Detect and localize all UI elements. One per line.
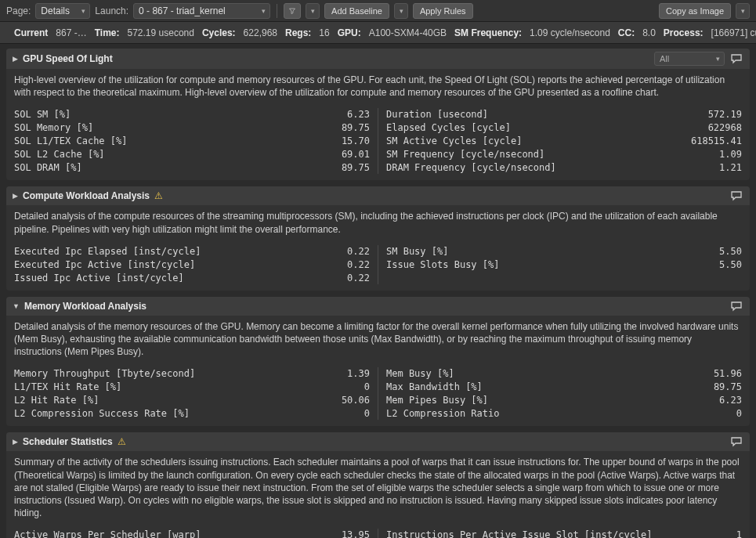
- section-header-memory[interactable]: ▼ Memory Workload Analysis: [6, 297, 750, 316]
- section-title: Scheduler Statistics: [23, 436, 113, 447]
- copy-as-image-menu[interactable]: [736, 3, 750, 19]
- metric-value: 15.70: [342, 135, 370, 146]
- smfreq-value: 1.09 cycle/nsecond: [530, 27, 610, 38]
- metric-row: SOL SM [%]6.23: [14, 108, 370, 121]
- process-label: Process:: [664, 27, 704, 38]
- metric-value: 50.06: [342, 395, 370, 406]
- add-baseline-menu[interactable]: [394, 3, 408, 19]
- top-toolbar: Page: Details Launch: 0 - 867 - triad_ke…: [0, 0, 756, 22]
- metric-row: SOL L2 Cache [%]69.01: [14, 148, 370, 161]
- section-header-compute[interactable]: ▶ Compute Workload Analysis ⚠: [6, 186, 750, 205]
- metric-name: SM Active Cycles [cycle]: [386, 135, 522, 146]
- warning-icon: ⚠: [154, 190, 163, 201]
- section-gpu-sol: ▶ GPU Speed Of Light All High-level over…: [6, 49, 750, 180]
- metrics-grid: Executed Ipc Elapsed [inst/cycle]0.22Exe…: [6, 242, 750, 291]
- current-label: Current: [14, 27, 48, 38]
- metric-name: L2 Compression Ratio: [386, 408, 500, 419]
- metric-row: Executed Ipc Active [inst/cycle]0.22: [14, 258, 370, 271]
- section-header-scheduler[interactable]: ▶ Scheduler Statistics ⚠: [6, 432, 750, 451]
- section-compute-workload: ▶ Compute Workload Analysis ⚠ Detailed a…: [6, 186, 750, 290]
- metric-name: Issue Slots Busy [%]: [386, 259, 500, 270]
- metric-row: L2 Compression Ratio0: [386, 407, 742, 420]
- metric-name: SM Frequency [cycle/nsecond]: [386, 149, 544, 160]
- metric-value: 13.95: [342, 529, 370, 538]
- metric-name: SOL Memory [%]: [14, 122, 93, 133]
- metric-row: SM Busy [%]5.50: [386, 245, 742, 258]
- filter-dropdown[interactable]: [306, 3, 320, 19]
- metric-name: SOL L2 Cache [%]: [14, 149, 105, 160]
- metric-value: 0.22: [347, 246, 370, 257]
- chevron-right-icon: ▶: [13, 55, 18, 63]
- section-title: Memory Workload Analysis: [24, 301, 146, 312]
- gpu-label: GPU:: [338, 27, 361, 38]
- metric-row: SOL L1/TEX Cache [%]15.70: [14, 135, 370, 147]
- cc-label: CC:: [618, 27, 635, 38]
- metric-name: SM Busy [%]: [386, 246, 448, 257]
- metric-row: SOL DRAM [%]89.75: [14, 161, 370, 174]
- metric-name: L2 Compression Success Rate [%]: [14, 408, 190, 419]
- metric-value: 0.22: [347, 273, 370, 283]
- metric-row: L2 Hit Rate [%]50.06: [14, 394, 370, 406]
- page-select[interactable]: Details: [35, 3, 90, 19]
- section-title: Compute Workload Analysis: [23, 190, 150, 201]
- launch-label: Launch:: [95, 5, 128, 16]
- chevron-right-icon: ▶: [13, 192, 18, 200]
- comment-icon[interactable]: [729, 52, 743, 65]
- chevron-right-icon: ▶: [13, 438, 18, 446]
- kernel-info-bar: Current 867 -… Time: 572.19 usecond Cycl…: [0, 22, 756, 44]
- metric-value: 572.19: [708, 109, 742, 120]
- metric-row: SOL Memory [%]89.75: [14, 121, 370, 134]
- metrics-right: Mem Busy [%]51.96Max Bandwidth [%]89.75M…: [378, 367, 742, 420]
- copy-as-image-button[interactable]: Copy as Image: [659, 3, 731, 19]
- metric-value: 6.23: [347, 109, 370, 120]
- metric-value: 5.50: [719, 246, 742, 257]
- metric-name: Mem Busy [%]: [386, 368, 454, 379]
- time-label: Time:: [95, 27, 120, 38]
- launch-select[interactable]: 0 - 867 - triad_kernel: [133, 3, 270, 19]
- metric-row: Mem Pipes Busy [%]6.23: [386, 394, 742, 406]
- apply-rules-button[interactable]: Apply Rules: [413, 3, 473, 19]
- metric-name: L2 Hit Rate [%]: [14, 395, 99, 406]
- funnel-icon: [289, 6, 295, 16]
- metric-name: Issued Ipc Active [inst/cycle]: [14, 273, 184, 283]
- metrics-left: Memory Throughput [Tbyte/second]1.39L1/T…: [14, 367, 378, 420]
- metric-name: L1/TEX Hit Rate [%]: [14, 381, 121, 392]
- metric-name: Executed Ipc Elapsed [inst/cycle]: [14, 246, 201, 257]
- cycles-label: Cycles:: [202, 27, 236, 38]
- cc-value: 8.0: [642, 27, 656, 38]
- metric-name: DRAM Frequency [cycle/nsecond]: [386, 162, 556, 173]
- metric-name: Elapsed Cycles [cycle]: [386, 122, 511, 133]
- comment-icon[interactable]: [729, 190, 743, 202]
- metric-row: SM Frequency [cycle/nsecond]1.09: [386, 148, 742, 161]
- section-scheduler-stats: ▶ Scheduler Statistics ⚠ Summary of the …: [6, 432, 750, 538]
- metric-name: Max Bandwidth [%]: [386, 381, 483, 392]
- section-header-sol[interactable]: ▶ GPU Speed Of Light All: [6, 49, 750, 69]
- metrics-right: Duration [usecond]572.19Elapsed Cycles […: [378, 108, 742, 174]
- metric-row: Executed Ipc Elapsed [inst/cycle]0.22: [14, 245, 370, 258]
- add-baseline-button[interactable]: Add Baseline: [324, 3, 389, 19]
- section-desc: Detailed analysis of the compute resourc…: [6, 205, 750, 241]
- metric-value: 1.21: [719, 162, 742, 173]
- metric-row: Mem Busy [%]51.96: [386, 367, 742, 380]
- metric-name: Duration [usecond]: [386, 109, 488, 120]
- metric-row: L2 Compression Success Rate [%]0: [14, 407, 370, 420]
- metric-name: SOL L1/TEX Cache [%]: [14, 135, 128, 146]
- regs-label: Regs:: [285, 27, 311, 38]
- section-filter-select[interactable]: All: [654, 52, 725, 66]
- sections-scroll[interactable]: ▶ GPU Speed Of Light All High-level over…: [0, 44, 756, 538]
- metric-row: SM Active Cycles [cycle]618515.41: [386, 135, 742, 147]
- metric-name: SOL DRAM [%]: [14, 162, 82, 173]
- metric-value: 618515.41: [691, 135, 742, 146]
- gpu-value: A100-SXM4-40GB: [369, 27, 447, 38]
- comment-icon[interactable]: [729, 435, 743, 448]
- section-desc: Detailed analysis of the memory resource…: [6, 316, 750, 365]
- metric-name: Mem Pipes Busy [%]: [386, 395, 488, 406]
- metric-row: Instructions Per Active Issue Slot [inst…: [386, 529, 742, 538]
- metric-value: 0: [364, 381, 370, 392]
- metric-row: Duration [usecond]572.19: [386, 108, 742, 121]
- comment-icon[interactable]: [729, 300, 743, 312]
- time-value: 572.19 usecond: [128, 27, 194, 38]
- filter-button[interactable]: [284, 3, 301, 19]
- metric-row: Active Warps Per Scheduler [warp]13.95: [14, 529, 370, 538]
- metric-name: Active Warps Per Scheduler [warp]: [14, 529, 201, 538]
